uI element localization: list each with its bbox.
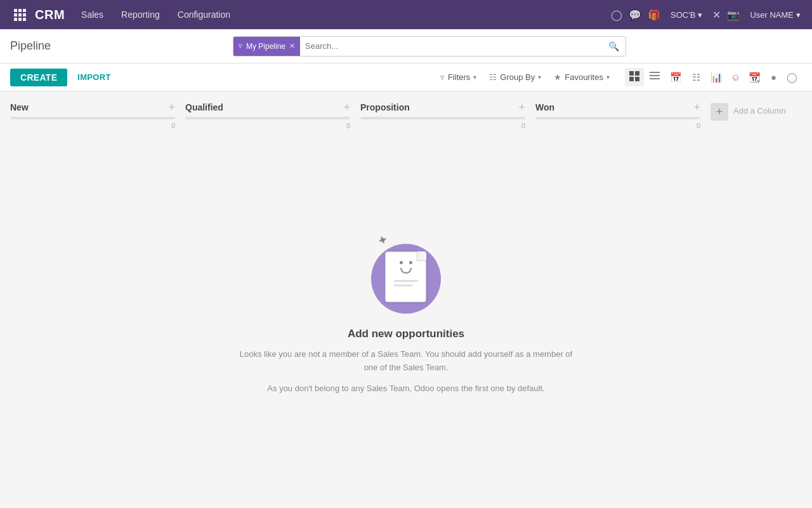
col-add-won[interactable]: + [693, 102, 700, 113]
filters-funnel-icon: ▿ [440, 72, 445, 82]
empty-state: ✦ Add new opportunities Looks like you a… [216, 231, 596, 395]
col-progress-new [10, 117, 175, 119]
user-dropdown[interactable]: User NAME ▾ [746, 9, 804, 21]
activity-view-button[interactable]: ◯ [782, 69, 802, 86]
empty-desc-1: Looks like you are not a member of a Sal… [240, 348, 572, 375]
kanban-column-qualified: Qualified + 0 [185, 102, 350, 135]
menu-sales[interactable]: Sales [74, 7, 111, 22]
user-chevron-icon: ▾ [796, 10, 801, 20]
filter-group: ▿ Filters ▾ ☷ Group By ▾ ★ Favourites ▾ [435, 70, 615, 84]
filter-funnel-icon: ▿ [239, 42, 242, 50]
col-header-won: Won + [535, 102, 700, 113]
col-header-new: New + [10, 102, 175, 113]
gift-icon[interactable]: 🎁 [648, 9, 660, 21]
empty-title: Add new opportunities [348, 328, 464, 340]
search-area: ▿ My Pipeline ✕ 🔍 [57, 36, 802, 57]
topnav-right-area: ◯ 💬 🎁 SOC'B ▾ ✕ 📷 User NAME ▾ [611, 9, 804, 21]
col-title-won: Won [535, 102, 554, 112]
col-title-proposition: Proposition [360, 102, 410, 112]
search-input[interactable] [300, 41, 602, 51]
col-count-proposition: 0 [360, 122, 525, 130]
chat-icon[interactable]: 💬 [629, 9, 641, 21]
add-column-button[interactable]: + Add a Column [710, 102, 812, 121]
col-title-qualified: Qualified [185, 102, 223, 112]
svg-rect-1 [635, 71, 639, 76]
list-view-button[interactable] [645, 68, 664, 86]
col-count-qualified: 0 [185, 122, 350, 130]
col-progress-won [535, 117, 700, 119]
main-menu: Sales Reporting Configuration [74, 7, 611, 22]
clock-icon[interactable]: ◯ [611, 9, 622, 21]
doc-sparkle-icon: ✦ [376, 232, 390, 249]
menu-reporting[interactable]: Reporting [114, 7, 167, 22]
favourites-button[interactable]: ★ Favourites ▾ [549, 70, 615, 84]
svg-rect-5 [650, 75, 660, 76]
svg-rect-2 [629, 77, 634, 81]
calendar-view-button[interactable]: 📅 [665, 69, 686, 86]
apps-menu-button[interactable] [8, 9, 32, 21]
groupby-label: Group By [500, 72, 535, 82]
tree-view-button[interactable]: 📆 [744, 69, 765, 86]
col-progress-qualified [185, 117, 350, 119]
pivot-view-button[interactable]: ☷ [688, 69, 705, 86]
filters-button[interactable]: ▿ Filters ▾ [435, 70, 481, 84]
svg-rect-0 [629, 71, 634, 76]
groupby-icon: ☷ [489, 72, 497, 82]
empty-desc-2: As you don't belong to any Sales Team, O… [267, 382, 544, 396]
doc-right-eye [409, 261, 412, 264]
line-view-button[interactable]: ⎉ [728, 69, 743, 86]
soc-label: SOC'B [671, 10, 695, 20]
kanban-column-proposition: Proposition + 0 [360, 102, 525, 135]
doc-face [386, 252, 426, 286]
favourites-label: Favourites [565, 72, 603, 82]
camera-icon[interactable]: 📷 [727, 9, 740, 21]
empty-doc [385, 251, 426, 302]
import-button[interactable]: IMPORT [72, 69, 115, 86]
search-submit-icon[interactable]: 🔍 [602, 41, 625, 51]
toolbar: CREATE IMPORT ▿ Filters ▾ ☷ Group By ▾ ★… [0, 64, 812, 91]
map-view-button[interactable]: ● [766, 69, 781, 86]
col-header-qualified: Qualified + [185, 102, 350, 113]
favourites-chevron-icon: ▾ [606, 74, 610, 81]
doc-lines [389, 280, 423, 286]
top-navigation: CRM Sales Reporting Configuration ◯ 💬 🎁 … [0, 0, 812, 29]
user-label: User NAME [750, 10, 794, 20]
col-count-won: 0 [535, 122, 700, 130]
kanban-column-won: Won + 0 [535, 102, 700, 135]
col-add-proposition[interactable]: + [518, 102, 525, 113]
col-title-new: New [10, 102, 29, 112]
menu-configuration[interactable]: Configuration [170, 7, 238, 22]
col-header-proposition: Proposition + [360, 102, 525, 113]
groupby-button[interactable]: ☷ Group By ▾ [484, 70, 546, 84]
close-icon[interactable]: ✕ [712, 9, 721, 21]
doc-line-2 [394, 284, 413, 286]
doc-eyes [400, 261, 412, 264]
col-add-qualified[interactable]: + [343, 102, 350, 113]
search-tag-label: My Pipeline [246, 42, 285, 51]
svg-rect-4 [650, 72, 660, 73]
doc-smile [400, 268, 412, 274]
filters-chevron-icon: ▾ [473, 74, 476, 81]
doc-line-1 [394, 280, 418, 282]
kanban-board: New + 0 Qualified + 0 Proposition + 0 Wo… [0, 91, 812, 508]
add-column-plus-icon: + [710, 103, 728, 121]
kanban-view-button[interactable] [625, 68, 644, 86]
svg-rect-6 [650, 78, 660, 79]
soc-chevron-icon: ▾ [698, 10, 702, 20]
doc-left-eye [400, 261, 403, 264]
col-add-new[interactable]: + [168, 102, 175, 113]
add-column-label: Add a Column [733, 103, 785, 116]
soc-dropdown[interactable]: SOC'B ▾ [667, 9, 706, 21]
view-switcher: 📅 ☷ 📊 ⎉ 📆 ● ◯ [625, 68, 802, 86]
app-logo[interactable]: CRM [32, 8, 74, 22]
search-tag-close-icon[interactable]: ✕ [289, 42, 295, 50]
col-progress-proposition [360, 117, 525, 119]
favourites-star-icon: ★ [554, 72, 561, 82]
empty-illustration: ✦ [365, 231, 447, 314]
col-count-new: 0 [10, 122, 175, 130]
page-title: Pipeline [10, 39, 51, 53]
svg-rect-3 [635, 77, 639, 81]
bar-view-button[interactable]: 📊 [706, 69, 727, 86]
kanban-column-new: New + 0 [10, 102, 175, 135]
create-button[interactable]: CREATE [10, 69, 67, 86]
